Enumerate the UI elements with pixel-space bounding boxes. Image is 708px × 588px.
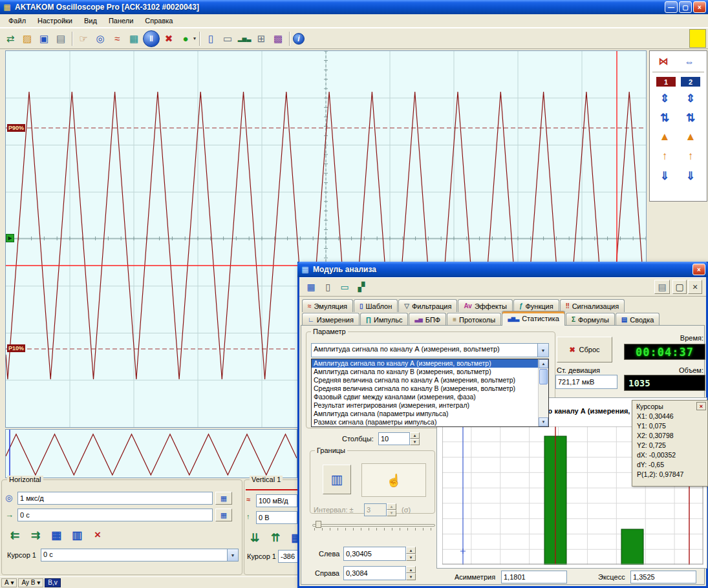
tab-filtering[interactable]: ▽Фильтрация: [398, 299, 457, 312]
left-bound-input[interactable]: 0,30405: [343, 547, 406, 561]
v-offset-field[interactable]: 0 В: [256, 511, 297, 524]
tab-alarm[interactable]: ‼Сигнализация: [560, 299, 625, 312]
display-icon[interactable]: ▦: [126, 31, 142, 47]
an-restore-icon[interactable]: ▢: [672, 280, 687, 294]
connect-icon[interactable]: ⇄: [3, 31, 18, 47]
dropdown-item[interactable]: Средняя величина сигнала по каналу А (из…: [312, 376, 538, 384]
tab-summary[interactable]: ▤Сводка: [616, 313, 660, 326]
time-offset-field[interactable]: 0 с: [17, 509, 213, 521]
maximize-button[interactable]: ▢: [679, 1, 692, 13]
delete-measure-icon[interactable]: ✖: [161, 31, 177, 47]
cursors-panel[interactable]: Курсоры × X1: 0,30446 Y1: 0,075 X2: 0,30…: [632, 400, 708, 487]
trigger-dropdown-icon[interactable]: ▾: [193, 36, 196, 41]
ch1-shift-up-button[interactable]: ▲: [655, 129, 674, 145]
ch2-shift-up-button[interactable]: ▲: [681, 129, 700, 145]
pause-button[interactable]: ‖: [143, 30, 160, 47]
spin-down-icon[interactable]: ▼: [406, 573, 416, 580]
menu-settings[interactable]: Настройки: [32, 15, 78, 26]
spin-down-icon[interactable]: ▼: [406, 554, 416, 561]
search-icon[interactable]: ◎: [92, 31, 108, 47]
scrollbar-thumb[interactable]: [539, 369, 548, 384]
zoom-sel-button[interactable]: ▦: [47, 527, 65, 543]
combo-arrow-icon[interactable]: ▼: [537, 344, 548, 357]
menu-view[interactable]: Вид: [78, 15, 103, 26]
dropdown-scrollbar[interactable]: ▲ ▼: [538, 359, 548, 426]
spin-up-icon[interactable]: ▲: [406, 566, 416, 573]
spin-up-icon[interactable]: ▲: [406, 547, 416, 554]
pan-right-button[interactable]: ⇉: [27, 527, 45, 543]
ch1-shift-down-button[interactable]: ⇓: [655, 167, 674, 184]
scroll-down-icon[interactable]: ▼: [539, 417, 548, 426]
timebase-field[interactable]: 1 мкс/д: [17, 492, 213, 505]
an-report-icon[interactable]: ▯: [320, 280, 336, 294]
ch1-vscale-button[interactable]: ⇕: [655, 90, 674, 107]
ch2-fine-shift-button[interactable]: ↑: [681, 148, 700, 165]
right-bound-input[interactable]: 0,3084: [343, 566, 406, 580]
an-close-panel-icon[interactable]: ×: [688, 280, 702, 294]
offset-dialog-button[interactable]: ▦: [215, 509, 232, 521]
tab-statistics[interactable]: ▄▆▃Статистика: [502, 311, 565, 326]
ch2-vscale-button[interactable]: ⇕: [681, 90, 700, 107]
tab-effects[interactable]: AvЭффекты: [458, 299, 512, 312]
menu-panels[interactable]: Панели: [103, 15, 139, 26]
dropdown-item[interactable]: Средняя величина сигнала по каналу В (из…: [312, 384, 538, 393]
tab-fft[interactable]: ▃▅БПФ: [409, 313, 446, 326]
menu-file[interactable]: Файл: [3, 15, 32, 26]
an-graph-icon[interactable]: ▞: [354, 280, 369, 294]
pan-left-button[interactable]: ⇇: [6, 527, 24, 543]
image-panel-icon[interactable]: ▩: [270, 31, 286, 47]
reset-button[interactable]: ✖ Сброс: [557, 337, 612, 362]
pointer-icon[interactable]: ☞: [76, 31, 91, 47]
tab-protocols[interactable]: ≡Протоколы: [447, 313, 501, 326]
dropdown-item[interactable]: Амплитуда сигнала (параметры импульса): [312, 410, 538, 418]
ch2-vexpand-button[interactable]: ⇅: [681, 109, 700, 126]
status-cell-bv[interactable]: B,v: [45, 578, 60, 587]
tab-measurements[interactable]: ∟Измерения: [302, 313, 359, 326]
dropdown-item[interactable]: Амплитуда сигнала по каналу А (измерения…: [312, 359, 538, 368]
spin-down-icon[interactable]: ▼: [410, 439, 420, 445]
split-channels-icon[interactable]: ⋈: [655, 54, 672, 68]
ch1-fine-shift-button[interactable]: ↑: [655, 148, 674, 165]
an-print-icon[interactable]: ▤: [654, 280, 670, 294]
tab-function[interactable]: ƒФункция: [513, 299, 559, 312]
bounds-manual-button[interactable]: ☝: [361, 463, 426, 497]
device-panel-icon[interactable]: ▭: [220, 31, 235, 47]
tab-formulas[interactable]: ΣФормулы: [566, 313, 615, 326]
tab-pulse[interactable]: ∏Импульс: [360, 313, 409, 326]
h-cursor-combo[interactable]: 0 с ▼: [41, 549, 239, 562]
dropdown-item[interactable]: Фазовый сдвиг между каналами (измерения,…: [312, 393, 538, 401]
minimize-button[interactable]: —: [665, 1, 678, 13]
zoom-fit-button[interactable]: ▥: [68, 527, 86, 543]
channel2-badge[interactable]: 2: [681, 77, 700, 87]
signal-preview[interactable]: [5, 429, 297, 478]
ch2-shift-down-button[interactable]: ⇓: [681, 167, 700, 184]
columns-input[interactable]: 10: [378, 432, 410, 445]
chart-panel-icon[interactable]: ▂▅▃: [237, 31, 252, 47]
close-button[interactable]: ×: [693, 1, 706, 13]
info-icon[interactable]: i: [293, 33, 305, 45]
print-icon[interactable]: ▤: [53, 31, 69, 47]
channel1-badge[interactable]: 1: [656, 77, 676, 87]
slider-thumb[interactable]: [316, 521, 321, 528]
trigger-marker[interactable]: ▶: [6, 234, 14, 242]
v-pan-down-button[interactable]: ⇊: [246, 529, 264, 546]
an-table-icon[interactable]: ▦: [303, 280, 319, 294]
dropdown-item[interactable]: Амплитуда сигнала по каналу В (измерения…: [312, 368, 538, 376]
scrollbar-track[interactable]: [539, 385, 548, 417]
combo-arrow-icon[interactable]: ▼: [227, 549, 238, 561]
tab-emulation[interactable]: ≈Эмуляция: [302, 299, 353, 312]
v-scale-field[interactable]: 100 мВ/д: [256, 494, 297, 507]
tab-template[interactable]: ▯Шаблон: [354, 299, 398, 312]
dropdown-item[interactable]: Результат интегрирования (измерения, инт…: [312, 401, 538, 410]
timebase-dialog-button[interactable]: ▦: [215, 492, 232, 505]
dropdown-item[interactable]: Размах сигнала (параметры импульса): [312, 418, 538, 426]
bounds-auto-button[interactable]: ▥: [323, 465, 351, 494]
clear-button[interactable]: ×: [89, 527, 107, 543]
analysis-close-button[interactable]: ×: [692, 264, 705, 275]
generator-icon[interactable]: ≈: [109, 31, 125, 47]
an-scope-icon[interactable]: ▭: [337, 280, 352, 294]
tools-panel-icon[interactable]: ⊞: [253, 31, 269, 47]
save-icon[interactable]: ▣: [36, 31, 52, 47]
swap-channels-icon[interactable]: ⇔: [681, 54, 698, 68]
menu-help[interactable]: Справка: [139, 15, 178, 26]
